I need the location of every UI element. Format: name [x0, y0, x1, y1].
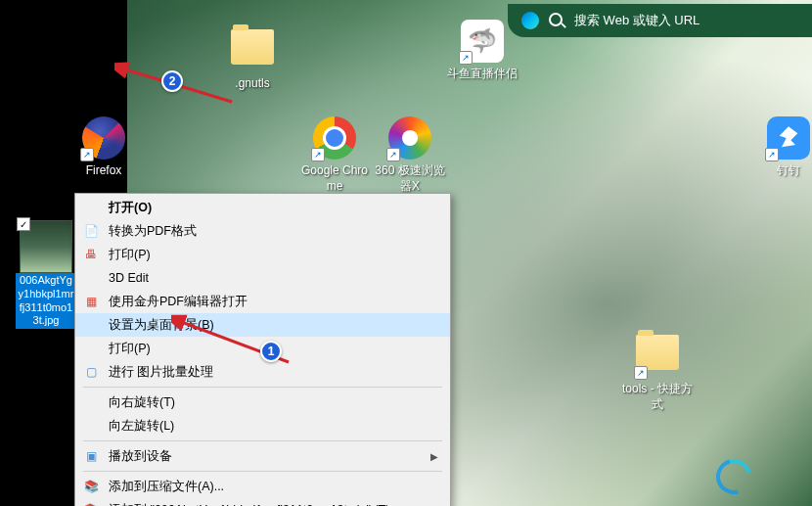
menu-item-label: 转换为PDF格式 — [109, 223, 438, 240]
menu-add-archive[interactable]: 📚添加到压缩文件(A)... — [75, 475, 450, 498]
icon-label: 006AkgtYgy1hbkpl1mrfj311t0mo13t.jpg — [16, 273, 76, 329]
menu-cast-to-device[interactable]: ▣播放到设备▶ — [75, 444, 450, 468]
menu-item-label: 播放到设备 — [109, 448, 430, 465]
archive-icon: 📚 — [81, 477, 101, 496]
menu-separator — [83, 440, 442, 441]
menu-item-label: 设置为桌面背景(B) — [109, 317, 438, 334]
edge-search-bar[interactable]: 搜索 Web 或键入 URL — [508, 4, 812, 37]
folder-icon — [231, 29, 274, 65]
icon-label: tools - 快捷方式 — [622, 382, 693, 412]
menu-jinzhou-pdf[interactable]: ▦使用金舟PDF编辑器打开 — [75, 290, 450, 313]
menu-item-label: 添加到 "006AkatYav1hbkpl1mrfi311t0mo13t.zip… — [109, 502, 438, 507]
icon-label: 360 极速浏览器X — [375, 163, 445, 194]
desktop-icon-jpg-selected[interactable]: ✓ 006AkgtYgy1hbkpl1mrfj311t0mo13t.jpg — [16, 220, 76, 329]
menu-item-label: 向左旋转(L) — [109, 418, 438, 435]
menu-item-label: 打开(O) — [109, 200, 438, 216]
jpg-thumbnail: ✓ — [20, 220, 72, 273]
blank-icon — [81, 392, 101, 412]
desktop-icon-dingtalk[interactable]: ↗ 钉钉 — [753, 116, 812, 179]
blank-icon — [81, 198, 101, 217]
search-placeholder: 搜索 Web 或键入 URL — [574, 12, 699, 29]
menu-rotate-right[interactable]: 向右旋转(T) — [75, 391, 450, 414]
shortcut-arrow-icon: ↗ — [311, 148, 325, 161]
shortcut-arrow-icon: ↗ — [80, 148, 94, 161]
cast-icon: ▣ — [81, 446, 101, 466]
menu-batch-image[interactable]: ▢进行 图片批量处理 — [75, 360, 450, 384]
submenu-arrow-icon: ▶ — [430, 451, 438, 462]
desktop-icon-douyu[interactable]: 🦈↗ 斗鱼直播伴侣 — [447, 20, 518, 82]
blank-icon — [81, 315, 101, 335]
menu-item-label: 打印(P) — [109, 247, 438, 263]
shortcut-arrow-icon: ↗ — [634, 366, 648, 380]
shortcut-arrow-icon: ↗ — [459, 51, 473, 65]
image-batch-icon: ▢ — [81, 362, 101, 382]
menu-set-wallpaper[interactable]: 设置为桌面背景(B) — [75, 313, 450, 337]
pdf-editor-icon: ▦ — [81, 292, 101, 311]
shortcut-arrow-icon: ↗ — [386, 148, 400, 161]
blank-icon — [81, 416, 101, 436]
search-icon — [549, 13, 564, 28]
menu-open[interactable]: 打开(O) — [75, 196, 450, 219]
menu-add-archive-named[interactable]: 📚添加到 "006AkatYav1hbkpl1mrfi311t0mo13t.zi… — [75, 498, 450, 506]
folder-icon — [636, 335, 679, 370]
icon-label: 斗鱼直播伴侣 — [447, 67, 518, 82]
menu-item-label: 向右旋转(T) — [109, 394, 438, 411]
menu-separator — [83, 387, 442, 388]
icon-label: Firefox — [68, 163, 139, 179]
print-icon: 🖶 — [81, 245, 101, 264]
desktop-icon-gnutls[interactable]: .gnutls — [217, 23, 288, 92]
menu-item-label: 3D Edit — [109, 271, 438, 285]
menu-print[interactable]: 🖶打印(P) — [75, 243, 450, 266]
shortcut-arrow-icon: ↗ — [765, 148, 779, 161]
icon-label: Google Chrome — [299, 163, 370, 194]
desktop-icon-tools[interactable]: ↗ tools - 快捷方式 — [622, 329, 693, 412]
menu-3d-edit[interactable]: 3D Edit — [75, 266, 450, 290]
blank-icon — [81, 339, 101, 358]
menu-separator — [83, 471, 442, 472]
edge-icon — [521, 12, 539, 29]
annotation-badge-2: 2 — [161, 70, 183, 92]
menu-convert-pdf[interactable]: 📄转换为PDF格式 — [75, 219, 450, 243]
pdf-icon: 📄 — [81, 221, 101, 241]
blank-icon — [81, 268, 101, 288]
checkbox-checked-icon: ✓ — [17, 217, 30, 231]
desktop-icon-chrome[interactable]: ↗ Google Chrome — [299, 116, 370, 194]
desktop-icon-firefox[interactable]: ↗ Firefox — [68, 116, 139, 179]
watermark-logo — [716, 459, 804, 498]
menu-rotate-left[interactable]: 向左旋转(L) — [75, 414, 450, 437]
archive-icon: 📚 — [81, 500, 101, 506]
menu-item-label: 进行 图片批量处理 — [109, 364, 438, 381]
menu-item-label: 添加到压缩文件(A)... — [109, 479, 438, 495]
desktop[interactable]: 搜索 Web 或键入 URL .gnutls 🦈↗ 斗鱼直播伴侣 ↗ Firef… — [0, 0, 812, 506]
icon-label: 钉钉 — [753, 163, 812, 179]
annotation-badge-1: 1 — [260, 341, 282, 362]
menu-item-label: 使用金舟PDF编辑器打开 — [109, 294, 438, 310]
desktop-icon-speedbrowser[interactable]: ↗ 360 极速浏览器X — [375, 116, 445, 194]
icon-label: .gnutls — [217, 76, 288, 92]
